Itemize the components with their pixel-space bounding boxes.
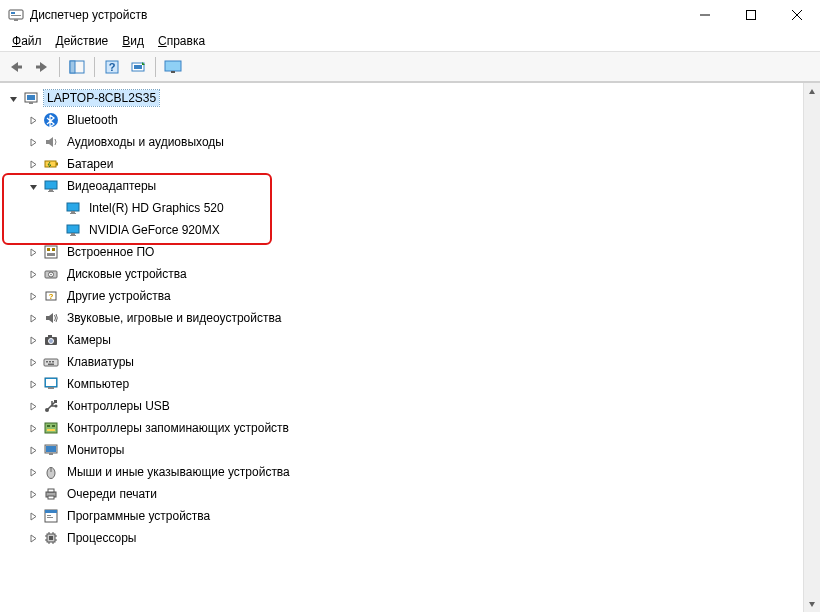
tree-node[interactable]: LAPTOP-8CBL2S35 — [4, 87, 803, 109]
tree-node[interactable]: Дисковые устройства — [4, 263, 803, 285]
svg-rect-16 — [165, 61, 181, 71]
svg-rect-8 — [16, 65, 22, 68]
tree-node-label: Процессоры — [64, 530, 140, 546]
close-button[interactable] — [774, 0, 820, 30]
svg-rect-5 — [747, 11, 756, 20]
show-hide-tree-button[interactable] — [65, 55, 89, 79]
monitor-icon — [42, 441, 60, 459]
svg-rect-17 — [171, 71, 175, 73]
maximize-button[interactable] — [728, 0, 774, 30]
chevron-right-icon[interactable] — [26, 245, 40, 259]
computer-icon — [42, 375, 60, 393]
chevron-right-icon[interactable] — [26, 355, 40, 369]
svg-rect-19 — [27, 95, 35, 100]
nav-forward-button[interactable] — [30, 55, 54, 79]
nav-back-button[interactable] — [4, 55, 28, 79]
vertical-scrollbar[interactable] — [803, 83, 820, 612]
tree-node-label: NVIDIA GeForce 920MX — [86, 222, 223, 238]
tree-node[interactable]: Очереди печати — [4, 483, 803, 505]
help-button[interactable]: ? — [100, 55, 124, 79]
tree-node-label: Компьютер — [64, 376, 132, 392]
tree-node-label: Другие устройства — [64, 288, 174, 304]
chevron-right-icon[interactable] — [26, 465, 40, 479]
storagectrl-icon — [42, 419, 60, 437]
svg-rect-58 — [52, 425, 55, 427]
battery-icon — [42, 155, 60, 173]
window-buttons — [682, 0, 820, 30]
chevron-right-icon[interactable] — [26, 135, 40, 149]
tree-node[interactable]: Видеоадаптеры — [4, 175, 803, 197]
tree-node[interactable]: Мониторы — [4, 439, 803, 461]
svg-rect-73 — [49, 536, 53, 540]
svg-rect-26 — [48, 191, 54, 192]
tree-node-label: Видеоадаптеры — [64, 178, 159, 194]
tree-node[interactable]: Камеры — [4, 329, 803, 351]
menu-action[interactable]: Действие — [50, 32, 115, 50]
svg-rect-33 — [45, 246, 57, 258]
mouse-icon — [42, 463, 60, 481]
tree-node[interactable]: Аудиовходы и аудиовыходы — [4, 131, 803, 153]
scan-hardware-button[interactable] — [126, 55, 150, 79]
svg-text:?: ? — [109, 61, 116, 73]
chevron-right-icon[interactable] — [26, 157, 40, 171]
tree-node[interactable]: Батареи — [4, 153, 803, 175]
svg-rect-20 — [29, 102, 33, 104]
usb-icon — [42, 397, 60, 415]
chevron-right-icon[interactable] — [26, 311, 40, 325]
root-icon — [22, 89, 40, 107]
chevron-right-icon[interactable] — [26, 509, 40, 523]
svg-rect-54 — [54, 400, 57, 403]
svg-rect-0 — [9, 10, 23, 19]
tree-node[interactable]: Bluetooth — [4, 109, 803, 131]
tree-node[interactable]: Процессоры — [4, 527, 803, 549]
chevron-right-icon[interactable] — [26, 531, 40, 545]
chevron-right-icon[interactable] — [26, 377, 40, 391]
chevron-right-icon[interactable] — [26, 487, 40, 501]
minimize-button[interactable] — [682, 0, 728, 30]
tree-node[interactable]: NVIDIA GeForce 920MX — [4, 219, 803, 241]
tree-node[interactable]: Встроенное ПО — [4, 241, 803, 263]
chevron-down-icon[interactable] — [26, 179, 40, 193]
svg-rect-35 — [52, 248, 55, 251]
svg-rect-70 — [47, 515, 51, 516]
device-tree[interactable]: LAPTOP-8CBL2S35BluetoothАудиовходы и ауд… — [0, 83, 803, 612]
chevron-right-icon[interactable] — [26, 113, 40, 127]
svg-rect-69 — [45, 510, 57, 513]
tree-node[interactable]: Контроллеры запоминающих устройств — [4, 417, 803, 439]
tree-node[interactable]: Программные устройства — [4, 505, 803, 527]
tree-node[interactable]: Клавиатуры — [4, 351, 803, 373]
cpu-icon — [42, 529, 60, 547]
chevron-right-icon[interactable] — [26, 421, 40, 435]
svg-point-55 — [55, 405, 58, 408]
monitor-view-button[interactable] — [161, 55, 185, 79]
chevron-down-icon[interactable] — [6, 91, 20, 105]
scroll-up-button[interactable] — [804, 83, 820, 100]
tree-node[interactable]: ?Другие устройства — [4, 285, 803, 307]
tree-node-label: Intel(R) HD Graphics 520 — [86, 200, 227, 216]
window-title: Диспетчер устройств — [30, 8, 147, 22]
chevron-right-icon[interactable] — [26, 333, 40, 347]
tree-node[interactable]: Intel(R) HD Graphics 520 — [4, 197, 803, 219]
svg-rect-52 — [48, 387, 54, 389]
other-icon: ? — [42, 287, 60, 305]
svg-rect-47 — [49, 361, 51, 363]
tree-node[interactable]: Компьютер — [4, 373, 803, 395]
tree-node[interactable]: Мыши и иные указывающие устройства — [4, 461, 803, 483]
svg-text:?: ? — [49, 292, 54, 301]
chevron-right-icon[interactable] — [26, 443, 40, 457]
scroll-down-button[interactable] — [804, 595, 820, 612]
chevron-right-icon[interactable] — [26, 399, 40, 413]
svg-rect-36 — [47, 253, 55, 256]
menu-view[interactable]: Вид — [116, 32, 150, 50]
chevron-right-icon[interactable] — [26, 267, 40, 281]
title-bar: Диспетчер устройств — [0, 0, 820, 30]
menu-help[interactable]: Справка — [152, 32, 211, 50]
menu-file[interactable]: Файл — [6, 32, 48, 50]
tree-node[interactable]: Контроллеры USB — [4, 395, 803, 417]
tree-node[interactable]: Звуковые, игровые и видеоустройства — [4, 307, 803, 329]
svg-rect-23 — [56, 163, 58, 166]
tree-node-label: Встроенное ПО — [64, 244, 157, 260]
audio-icon — [42, 133, 60, 151]
chevron-right-icon[interactable] — [26, 289, 40, 303]
toolbar-separator — [155, 57, 156, 77]
